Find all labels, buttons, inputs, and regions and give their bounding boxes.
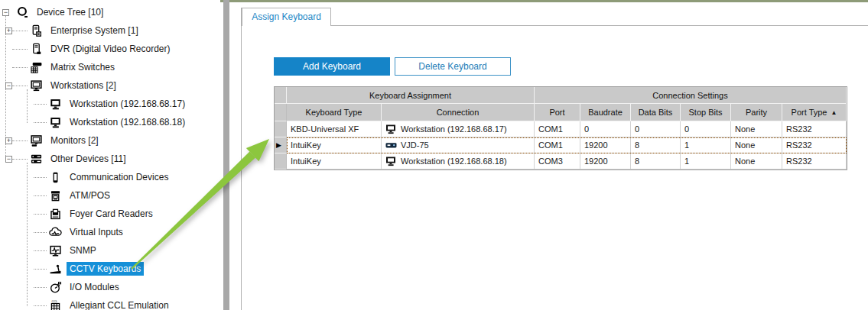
tree-item-workstation-192-168-68-18[interactable]: Workstation (192.168.68.18): [0, 113, 220, 131]
expand-toggle-icon[interactable]: +: [5, 137, 12, 144]
expand-toggle-icon[interactable]: +: [5, 27, 12, 34]
tree-connector: [12, 49, 28, 50]
column-header-port[interactable]: Port: [535, 104, 580, 121]
row-selector[interactable]: [275, 121, 287, 137]
cell-keyboard-type[interactable]: IntuiKey: [287, 137, 382, 153]
group-header-connection-settings: Connection Settings: [535, 87, 847, 104]
cell-data-bits[interactable]: 8: [631, 153, 681, 170]
top-divider-line: [216, 0, 868, 2]
cell-parity[interactable]: None: [731, 137, 782, 153]
tree-connector: [12, 86, 28, 86]
tree-item-snmp[interactable]: SNMP: [0, 241, 220, 260]
cell-data-bits[interactable]: 0: [631, 121, 681, 137]
tree-connector: [12, 67, 28, 68]
workstation-icon: [48, 98, 62, 111]
cell-stop-bits[interactable]: 0: [681, 121, 731, 137]
cell-port-type[interactable]: RS232: [782, 121, 847, 137]
tab-assign-keyboard[interactable]: Assign Keyboard: [242, 8, 331, 26]
tree-item-allegiant-ccl-emulation[interactable]: CCLAllegiant CCL Emulation: [0, 296, 220, 310]
cell-baudrate[interactable]: 19200: [580, 153, 631, 170]
tree-item-workstation-192-168-68-17[interactable]: Workstation (192.168.68.17): [0, 95, 220, 113]
row-selector[interactable]: ▶: [275, 137, 287, 153]
column-header-connection[interactable]: Connection: [382, 104, 535, 121]
connection-label: VJD-75: [401, 140, 429, 150]
cell-port[interactable]: COM3: [535, 153, 580, 170]
tree-item-label: Workstations [2]: [47, 79, 119, 92]
column-header-port-type[interactable]: Port Type▲: [782, 104, 847, 121]
tree-connector: [34, 177, 47, 178]
column-header-parity[interactable]: Parity: [731, 104, 782, 121]
tree-item-label: I/O Modules: [67, 280, 122, 294]
connection-label: Workstation (192.168.68.17): [401, 124, 507, 134]
cell-connection[interactable]: Workstation (192.168.68.18): [382, 153, 535, 170]
cell-data-bits[interactable]: 8: [631, 137, 681, 153]
tree-item-label: Matrix Switches: [47, 60, 118, 74]
tree-item-virtual-inputs[interactable]: Virtual Inputs: [0, 223, 220, 241]
tree-connector: [34, 122, 47, 123]
cell-port-type[interactable]: RS232: [782, 153, 847, 170]
tree-item-device-tree-10[interactable]: −Device Tree [10]: [0, 3, 220, 21]
cell-connection[interactable]: Workstation (192.168.68.17): [382, 121, 535, 137]
tree-item-label: Allegiant CCL Emulation: [67, 299, 172, 310]
tree-item-atm-pos[interactable]: ATM/POS: [0, 186, 220, 205]
tree-indent-spacer: [27, 211, 34, 218]
cell-port-type[interactable]: RS232: [782, 137, 847, 153]
tree-connector: [34, 287, 47, 288]
cell-stop-bits[interactable]: 1: [681, 137, 731, 153]
cell-parity[interactable]: None: [731, 121, 782, 137]
add-keyboard-button[interactable]: Add Keyboard: [274, 57, 390, 76]
cell-keyboard-type[interactable]: KBD-Universal XF: [287, 121, 382, 137]
column-header-stop-bits[interactable]: Stop Bits: [681, 104, 731, 121]
decoder-icon: [385, 140, 397, 150]
delete-keyboard-button[interactable]: Delete Keyboard: [395, 57, 511, 76]
column-header-baudrate[interactable]: Baudrate: [580, 104, 631, 121]
workstations-icon: [29, 79, 43, 92]
column-header-keyboard-type[interactable]: Keyboard Type: [287, 104, 382, 121]
cell-keyboard-type[interactable]: IntuiKey: [287, 153, 382, 170]
cell-baudrate[interactable]: 19200: [580, 137, 631, 153]
tree-item-label: SNMP: [67, 244, 99, 257]
tree-item-label: Device Tree [10]: [34, 5, 106, 19]
cell-baudrate[interactable]: 0: [580, 121, 631, 137]
tree-connector: [12, 159, 28, 160]
cctv-keyboard-icon: [48, 263, 62, 276]
tree-connector: [34, 305, 47, 306]
tree-connector: [34, 250, 47, 251]
tree-item-other-devices-11[interactable]: −Other Devices [11]: [0, 150, 220, 168]
tree-item-matrix-switches[interactable]: Matrix Switches: [0, 58, 220, 76]
row-selector-header: [275, 104, 287, 121]
tree-item-foyer-card-readers[interactable]: Foyer Card Readers: [0, 205, 220, 223]
device-tree-pane: −Device Tree [10]+Enterprise System [1]D…: [0, 0, 220, 310]
monitors-icon: [29, 134, 43, 147]
communication-device-icon: [48, 171, 62, 184]
tree-item-workstations-2[interactable]: −Workstations [2]: [0, 76, 220, 95]
ccl-emulation-icon: CCL: [48, 299, 62, 310]
cell-parity[interactable]: None: [731, 153, 782, 170]
collapse-toggle-icon[interactable]: −: [5, 156, 12, 163]
tree-indent-spacer: [27, 284, 34, 291]
collapse-toggle-icon[interactable]: −: [5, 82, 12, 89]
tree-item-label: Communication Devices: [67, 170, 171, 184]
collapse-toggle-icon[interactable]: −: [2, 9, 9, 16]
row-selector[interactable]: [275, 153, 287, 170]
cell-connection[interactable]: VJD-75: [382, 137, 535, 153]
workstation-icon: [385, 157, 397, 166]
tree-pane-scrollbar[interactable]: [223, 0, 229, 310]
tree-item-dvr-digital-video-recorder[interactable]: DVR (Digital Video Recorder): [0, 40, 220, 58]
cell-port[interactable]: COM1: [535, 137, 580, 153]
snmp-icon: [48, 244, 62, 257]
column-header-data-bits[interactable]: Data Bits: [631, 104, 681, 121]
tree-item-label: CCTV Keyboards: [67, 262, 144, 276]
tree-item-enterprise-system-1[interactable]: +Enterprise System [1]: [0, 21, 220, 40]
tree-item-cctv-keyboards[interactable]: CCTV Keyboards: [0, 260, 220, 278]
tree-connector: [34, 269, 47, 270]
cell-stop-bits[interactable]: 1: [681, 153, 731, 170]
tree-item-i-o-modules[interactable]: I/O Modules: [0, 278, 220, 296]
tab-page-border: [241, 8, 242, 310]
tree-item-label: Enterprise System [1]: [47, 24, 141, 37]
tree-item-monitors-2[interactable]: +Monitors [2]: [0, 131, 220, 150]
tree-item-label: ATM/POS: [67, 189, 113, 202]
tree-item-label: Foyer Card Readers: [67, 207, 156, 221]
tree-item-communication-devices[interactable]: Communication Devices: [0, 168, 220, 186]
cell-port[interactable]: COM1: [535, 121, 580, 137]
